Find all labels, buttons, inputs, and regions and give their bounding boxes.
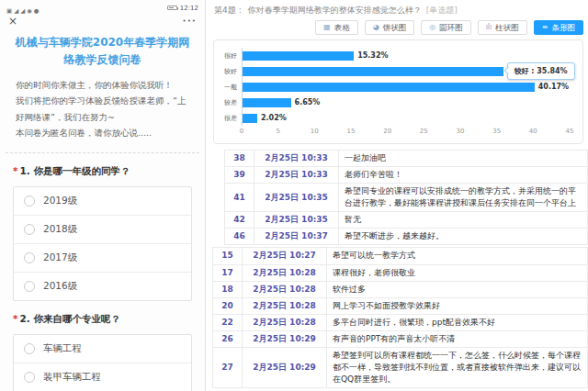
comment-row: 462月25日 10:37希望不断进步，越来越好。 [225,229,588,245]
comment-row: 412月25日 10:35希望同专业的课程可以安排成统一的教学方式，并采用统一的… [225,184,588,212]
bar[interactable] [243,51,354,61]
comment-id[interactable]: 15 [213,248,243,264]
intro-line: 你的时间你来做主，你的体验你说我听！ [16,77,189,93]
radio-icon[interactable] [24,343,35,354]
view-button-table[interactable]: ▦表格 [315,20,358,35]
question-block-1: *1. 你是哪一年级的同学？ 2019级2018级2017级2016级 [0,153,205,301]
comment-content: 软件过多 [327,281,588,297]
comments-table-2: 152月25日 10:27希望可以统一教学方式172月25日 10:28课程很好… [212,247,588,387]
radio-icon[interactable] [24,281,35,292]
option-label: 2016级 [43,280,77,293]
bar[interactable] [243,67,503,76]
comment-date: 2月25日 10:35 [254,212,339,229]
view-button-bar[interactable]: ≡条形图 [534,20,583,35]
close-icon[interactable]: × [8,16,17,27]
bar-chart-icon: ≡ [542,23,548,32]
view-toggle-group: ▦表格◕饼状图◎圆环图ılı柱状图≡条形图 [212,20,583,35]
question-2-option-1[interactable]: 车辆工程 [14,335,191,363]
comment-id[interactable]: 27 [213,347,243,387]
comment-date: 2月25日 10:28 [243,264,327,281]
comment-row: 172月25日 10:28课程很好，老师很敬业 [213,264,588,281]
radio-icon[interactable] [24,224,35,235]
x-axis: 051015202530354045 [242,126,570,137]
bar-value-label: 40.17% [538,83,569,91]
comment-id[interactable]: 17 [213,264,243,281]
option-label: 2017级 [43,251,77,264]
bar-track: 2.02% [242,110,570,126]
x-tick-label: 25 [420,128,428,135]
bar[interactable] [243,83,535,92]
comment-content: 网上学习不如面授教学效果好 [327,297,588,314]
question-1-option-4[interactable]: 2016级 [14,273,191,300]
question-1-option-1[interactable]: 2019级 [14,187,191,216]
view-button-label: 柱状图 [495,23,519,32]
comment-id[interactable]: 41 [225,184,254,212]
comment-content: 希望同专业的课程可以安排成统一的教学方式，并采用统一的平台进行教学，最好能将课程… [339,184,588,212]
option-label: 2019级 [43,195,77,207]
bar-value-label: 15.32% [357,51,388,60]
comment-row: 392月25日 10:33老师们辛苦啦！ [225,167,588,184]
view-button-label: 条形图 [552,23,576,32]
option-label: 2018级 [43,223,77,236]
bar-category-label: 较差 [218,98,242,107]
chart-tooltip: 较好 : 35.84% [507,62,575,80]
radio-icon[interactable] [24,372,35,383]
comment-content: 希望签到可以所有课程都统一一下，怎么签，什么时候签，每个课程都不一样，导致签到找… [327,347,588,387]
question-2-option-2[interactable]: 装甲车辆工程 [14,363,191,391]
view-button-label: 表格 [334,23,350,32]
gallery-icon: ▣ [6,7,12,15]
comments-table-1-wrap: 382月25日 10:33一起加油吧392月25日 10:33老师们辛苦啦！41… [224,150,588,245]
x-tick-label: 0 [240,128,243,135]
view-button-column[interactable]: ılı柱状图 [478,20,527,35]
bar-row: 很好15.32% [218,48,570,63]
radio-icon[interactable] [24,252,35,263]
comment-date: 2月25日 10:29 [243,347,327,387]
comment-row: 382月25日 10:33一起加油吧 [225,151,588,167]
view-button-donut[interactable]: ◎圆环图 [421,20,470,35]
view-button-pie[interactable]: ◕饼状图 [365,20,414,35]
comment-id[interactable]: 46 [225,229,254,245]
comment-date: 2月25日 10:37 [254,229,339,245]
signal-icon: ◢ [14,7,18,15]
question-2-options: 车辆工程装甲车辆工程 [13,334,192,391]
comment-id[interactable]: 42 [225,212,254,229]
comment-id[interactable]: 26 [213,330,243,347]
option-label: 车辆工程 [43,342,82,355]
question-block-2: *2. 你来自哪个专业呢？ 车辆工程装甲车辆工程 [0,301,205,391]
bar-row: 一般40.17% [218,79,570,95]
comments-table-1: 382月25日 10:33一起加油吧392月25日 10:33老师们辛苦啦！41… [224,150,588,245]
question-1-option-2[interactable]: 2018级 [14,216,191,244]
more-menu-icon[interactable]: ••• [183,17,197,25]
question-1-title: *1. 你是哪一年级的同学？ [13,165,192,178]
browser-icon: ◉ [27,7,32,15]
comment-id[interactable]: 20 [213,297,243,314]
bar-row: 很差2.02% [218,110,570,126]
question-1-option-3[interactable]: 2017级 [14,244,191,273]
comment-id[interactable]: 22 [213,314,243,330]
status-right: 12:12 [167,5,198,12]
bar-category-label: 很好 [218,51,242,61]
bar-track: 15.32% [242,48,570,63]
survey-title: 机械与车辆学院2020年春季学期网络教学反馈问卷 [0,27,205,69]
comment-id[interactable]: 38 [225,151,254,167]
comment-id[interactable]: 39 [225,167,254,184]
bar[interactable] [243,98,291,107]
bar[interactable] [243,114,257,123]
x-tick-label: 40 [529,128,537,135]
intro-line: 我们将把你的学习体验反馈给授课老师，“上好网络课”，我们在努力~ [16,93,189,124]
comment-date: 2月25日 10:28 [243,314,327,330]
bar-row: 较差6.65% [218,95,570,110]
results-panel: 第4题： 你对春季学期网络教学的整体安排感觉怎么样？ [单选题] ▦表格◕饼状图… [206,0,588,391]
donut-chart-icon: ◎ [429,23,435,32]
battery-icon [167,6,177,10]
comment-row: 222月25日 10:28多平台同时进行，很繁琐，ppt配音效果不好 [213,314,588,330]
bar-chart-rows: 很好15.32%较好较好 : 35.84%一般40.17%较差6.65%很差2.… [218,48,570,126]
comment-id[interactable]: 18 [213,281,243,297]
comment-content: 老师们辛苦啦！ [339,167,588,184]
app-window: ▣◢◢◉● 12:12 × ••• 机械与车辆学院2020年春季学期网络教学反馈… [0,0,588,391]
view-button-label: 饼状图 [383,23,407,32]
table-chart-icon: ▦ [323,23,331,32]
comment-row: 422月25日 10:35暂无 [225,212,588,229]
radio-icon[interactable] [24,196,35,207]
x-tick-label: 15 [347,128,356,135]
